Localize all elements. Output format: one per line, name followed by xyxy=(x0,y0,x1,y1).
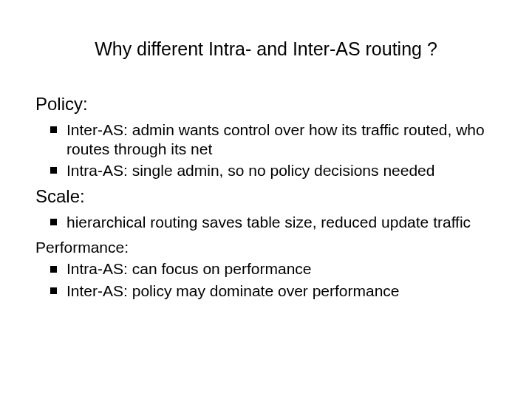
section-heading-policy: Policy: xyxy=(35,94,497,115)
list-item: Inter-AS: policy may dominate over perfo… xyxy=(50,280,497,302)
slide-body: Policy: Inter-AS: admin wants control ov… xyxy=(0,60,532,302)
slide-title: Why different Intra- and Inter-AS routin… xyxy=(0,0,532,60)
list-item: hierarchical routing saves table size, r… xyxy=(50,211,497,233)
bullet-list-scale: hierarchical routing saves table size, r… xyxy=(35,211,497,233)
list-item: Inter-AS: admin wants control over how i… xyxy=(50,119,497,160)
slide: Why different Intra- and Inter-AS routin… xyxy=(0,0,532,399)
bullet-list-policy: Inter-AS: admin wants control over how i… xyxy=(35,119,497,182)
subheading-performance: Performance: xyxy=(35,239,497,256)
list-item: Intra-AS: can focus on performance xyxy=(50,258,497,280)
section-heading-scale: Scale: xyxy=(35,186,497,207)
bullet-list-performance: Intra-AS: can focus on performance Inter… xyxy=(35,258,497,301)
list-item: Intra-AS: single admin, so no policy dec… xyxy=(50,160,497,182)
